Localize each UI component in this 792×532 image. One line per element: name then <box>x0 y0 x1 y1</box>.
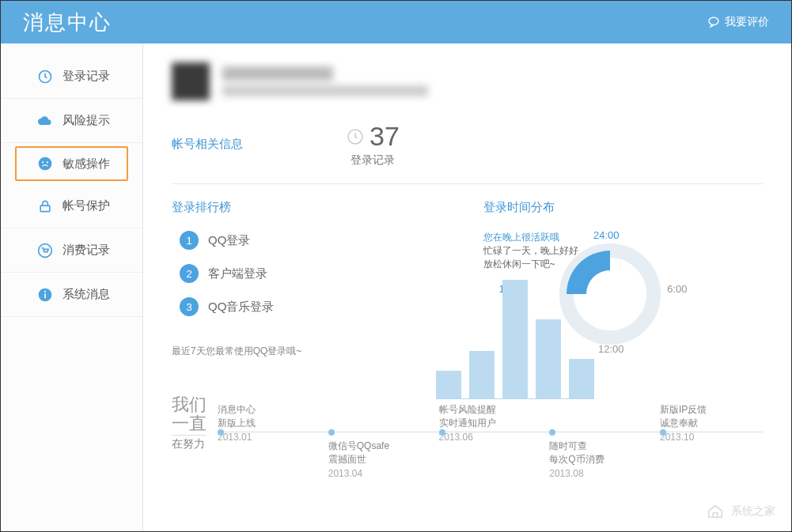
rank-label: 客户端登录 <box>208 266 267 281</box>
sidebar-item-login-records[interactable]: 登录记录 <box>1 55 142 99</box>
dot-icon <box>218 429 224 436</box>
time-dist-title: 登录时间分布 <box>483 200 764 215</box>
bar-chart <box>436 273 594 399</box>
watermark: 系统之家 <box>704 503 775 520</box>
feedback-label: 我要评价 <box>725 15 769 29</box>
tp-date: 2013.10 <box>660 432 763 443</box>
tp-text: 帐号风险提醒 <box>439 403 542 417</box>
sidebar-item-spending[interactable]: 消费记录 <box>1 228 142 273</box>
bar <box>436 371 461 398</box>
timeline-point: 消息中心 新版上线 2013.01 <box>218 403 320 479</box>
sidebar-item-label: 敏感操作 <box>63 157 110 172</box>
login-count-value: 37 <box>369 121 400 152</box>
rank-badge: 1 <box>180 231 199 250</box>
profile-detail-redacted <box>222 85 428 96</box>
sidebar-item-label: 登录记录 <box>63 69 110 84</box>
timeline-point: 新版IP反馈 诚意奉献 2013.10 <box>660 403 763 479</box>
tp-date: 2013.04 <box>328 468 431 479</box>
svg-point-2 <box>39 157 52 171</box>
rank-badge: 2 <box>180 264 199 283</box>
sidebar: 登录记录 风险提示 敏感操作 帐号保护 消费记录 系统消息 <box>1 43 143 531</box>
pie-label-12: 12:00 <box>598 343 624 355</box>
bar <box>502 280 528 398</box>
tp-text: 随时可查 <box>549 440 652 453</box>
tp-text: 新版IP反馈 <box>660 403 763 417</box>
timeline-head-line2: 一直 <box>172 414 207 433</box>
login-count-box: 37 登录记录 <box>346 121 400 168</box>
account-info-section: 帐号相关信息 37 登录记录 <box>172 121 763 184</box>
timeline-head: 我们 一直 在努力 <box>172 395 207 451</box>
tp-text: 震撼面世 <box>328 453 431 466</box>
rank-item-1: 1QQ登录 <box>180 231 452 250</box>
bar <box>469 351 495 398</box>
sidebar-item-system-msg[interactable]: 系统消息 <box>1 273 142 317</box>
timeline-point: 随时可查 每次Q币消费 2013.08 <box>549 403 652 479</box>
login-count-label: 登录记录 <box>346 153 400 168</box>
timeline-track: 消息中心 新版上线 2013.01 微信号QQsafe 震撼面世 2013.04… <box>218 403 763 479</box>
rank-title: 登录排行榜 <box>172 200 452 215</box>
dot-icon <box>439 429 445 436</box>
sidebar-item-sensitive-ops[interactable]: 敏感操作 <box>15 146 128 181</box>
tp-text: 诚意奉献 <box>660 417 763 430</box>
cart-icon <box>37 243 53 258</box>
sidebar-item-label: 帐号保护 <box>63 198 110 213</box>
timeline-head-line1: 我们 <box>172 395 207 414</box>
svg-rect-8 <box>44 293 46 298</box>
timeline-point: 帐号风险提醒 实时通知用户 2013.06 <box>439 403 542 479</box>
pie-msg-highlight: 您在晚上很活跃哦 <box>483 232 559 243</box>
svg-point-3 <box>42 161 44 163</box>
profile-summary <box>172 62 763 100</box>
tp-date: 2013.06 <box>439 432 542 443</box>
sidebar-item-label: 风险提示 <box>63 113 110 128</box>
rank-label: QQ音乐登录 <box>208 300 274 315</box>
clock-icon <box>37 69 53 85</box>
pie-label-24: 24:00 <box>593 229 620 241</box>
sidebar-item-label: 系统消息 <box>63 287 110 302</box>
svg-rect-5 <box>40 206 50 212</box>
timeline-head-line3: 在努力 <box>172 435 207 451</box>
sidebar-item-account-protect[interactable]: 帐号保护 <box>1 184 142 228</box>
chat-icon <box>707 16 720 28</box>
rank-footnote: 最近7天您最常使用QQ登录哦~ <box>172 345 452 358</box>
timeline: 我们 一直 在努力 消息中心 新版上线 2013.01 微信号QQsafe <box>172 395 763 479</box>
account-section-title: 帐号相关信息 <box>172 137 243 152</box>
rank-badge: 3 <box>180 297 199 316</box>
feedback-button[interactable]: 我要评价 <box>707 15 769 29</box>
profile-name-redacted <box>222 66 333 81</box>
cloud-icon <box>37 113 53 129</box>
tp-text: 每次Q币消费 <box>549 453 652 466</box>
tp-text: 新版上线 <box>218 417 320 430</box>
tp-text: 微信号QQsafe <box>328 440 431 453</box>
bar <box>536 319 561 398</box>
face-sad-icon <box>37 156 53 172</box>
watermark-text: 系统之家 <box>731 504 775 519</box>
rank-item-2: 2客户端登录 <box>180 264 452 283</box>
dot-icon <box>660 429 666 436</box>
dot-icon <box>549 429 555 436</box>
rank-label: QQ登录 <box>208 233 250 248</box>
bar <box>569 359 594 398</box>
tp-text: 实时通知用户 <box>439 417 542 430</box>
clock-icon <box>346 127 365 146</box>
timeline-point: 微信号QQsafe 震撼面世 2013.04 <box>328 403 431 479</box>
info-icon <box>37 287 53 303</box>
rank-chart-section: 登录排行榜 1QQ登录 2客户端登录 3QQ音乐登录 最近7天您最常使用QQ登录… <box>172 200 452 373</box>
page-title: 消息中心 <box>23 9 112 36</box>
rank-list: 1QQ登录 2客户端登录 3QQ音乐登录 <box>180 231 452 316</box>
tp-text: 消息中心 <box>218 403 320 417</box>
house-icon <box>704 503 726 520</box>
svg-point-0 <box>709 17 718 25</box>
pie-label-6: 6:00 <box>667 283 687 295</box>
svg-point-9 <box>44 290 46 292</box>
sidebar-item-label: 消费记录 <box>63 243 110 258</box>
sidebar-item-risk-alert[interactable]: 风险提示 <box>1 99 142 143</box>
svg-point-4 <box>47 161 48 163</box>
rank-item-3: 3QQ音乐登录 <box>180 297 452 316</box>
tp-date: 2013.01 <box>218 432 320 443</box>
lock-icon <box>37 198 53 214</box>
svg-point-6 <box>39 243 52 257</box>
tp-date: 2013.08 <box>549 468 652 479</box>
avatar <box>172 62 210 100</box>
main-content: 帐号相关信息 37 登录记录 登录排行榜 1QQ登录 2客户端登录 3QQ音乐登… <box>143 43 791 531</box>
dot-icon <box>328 429 335 436</box>
